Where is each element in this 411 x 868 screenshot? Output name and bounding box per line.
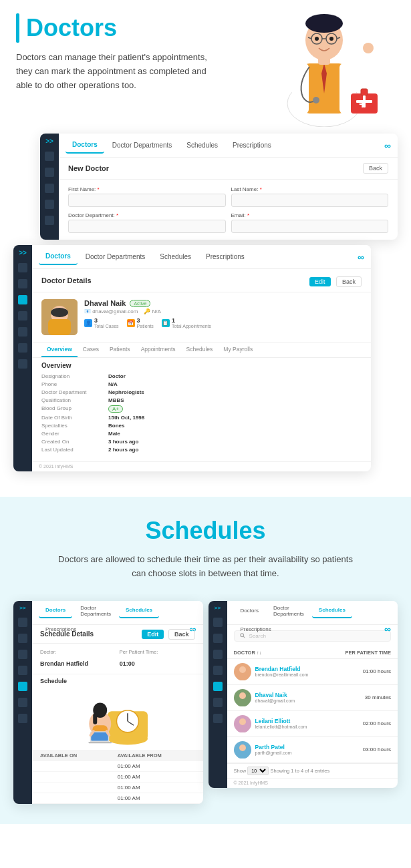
- panel-main-content: Doctors Doctor Departments Schedules Pre…: [59, 134, 398, 240]
- sd-nav-depts[interactable]: DoctorDepartments: [74, 601, 118, 621]
- nav-item-prescriptions[interactable]: Prescriptions: [226, 138, 278, 153]
- list-sidebar-icon-3: [213, 650, 223, 659]
- doc-email-2: dhaval@gmail.com: [255, 698, 295, 703]
- sched-header-available-from: AVAILABLE FROM: [118, 752, 195, 758]
- sched-row-4-from: 01:00 AM: [118, 795, 195, 801]
- list-chevrons[interactable]: >>: [215, 605, 221, 611]
- show-select[interactable]: 10: [247, 767, 269, 775]
- sidebar-chevrons[interactable]: >>: [45, 138, 53, 145]
- overview-row-blood: Blood Group A+: [41, 405, 362, 413]
- schedules-title: Schedules: [16, 517, 395, 545]
- sd-nav-doctors[interactable]: Doctors: [39, 603, 72, 618]
- schedule-list-nav: Doctors DoctorDepartments Schedules Pres…: [227, 601, 398, 625]
- sched-doctor-field: Doctor: Brendan Hatfield: [40, 649, 116, 668]
- key-dob: Date Of Birth: [41, 415, 108, 421]
- tab-overview[interactable]: Overview: [41, 343, 78, 357]
- list-item-4: Parth Patel parth@gmail.com 03:00 hours: [227, 737, 398, 763]
- details-nav-schedules[interactable]: Schedules: [153, 249, 198, 264]
- sidebar-icon-3: [45, 184, 54, 193]
- department-field: Doctor Department: *: [68, 212, 226, 233]
- nav-item-departments[interactable]: Doctor Departments: [106, 138, 178, 153]
- doc-name-2: Dhaval Naik: [255, 692, 295, 698]
- hero-section: Doctors Doctors can manage their patient…: [0, 0, 411, 134]
- schedule-sub-title: Schedule: [32, 674, 203, 686]
- details-header: Doctor Details Edit Back: [32, 269, 371, 292]
- doc-name-4: Parth Patel: [255, 744, 292, 750]
- list-sidebar-icon-4: [213, 666, 223, 675]
- details-back-button[interactable]: Back: [336, 276, 362, 287]
- svg-rect-49: [237, 726, 248, 732]
- search-placeholder: Search: [249, 633, 266, 639]
- details-sidebar-icon-3: [18, 295, 27, 304]
- tab-patients[interactable]: Patients: [104, 343, 136, 357]
- key-dept: Doctor Department: [41, 389, 108, 395]
- val-gender: Male: [108, 431, 120, 437]
- tab-schedules[interactable]: Schedules: [181, 343, 219, 357]
- svg-line-17: [283, 67, 292, 87]
- val-spec: Bones: [108, 423, 124, 429]
- email-input[interactable]: [231, 220, 389, 233]
- tab-payrolls[interactable]: My Payrolls: [218, 343, 258, 357]
- details-brand-logo: ∞: [358, 252, 364, 262]
- first-name-input[interactable]: [68, 194, 226, 207]
- stat-patients: 📅 3 Patients: [127, 317, 154, 329]
- key-blood: Blood Group: [41, 405, 108, 411]
- list-item-3: Leilani Elliott lelani.eliott@hotmail.co…: [227, 711, 398, 737]
- email-label: Email: *: [231, 212, 389, 218]
- patients-icon: 📅: [127, 319, 135, 327]
- schedule-chevrons[interactable]: >>: [19, 605, 25, 611]
- back-button[interactable]: Back: [363, 163, 388, 174]
- details-panel-nav: Doctors Doctor Departments Schedules Pre…: [32, 245, 371, 269]
- schedule-sidebar-left: >>: [13, 601, 32, 804]
- overview-row-spec: Specialties Bones: [41, 423, 362, 429]
- department-input[interactable]: [68, 220, 226, 233]
- sidebar-icon-4: [45, 200, 54, 209]
- details-sidebar-icon-1: [18, 263, 27, 272]
- schedule-detail-main: Doctors DoctorDepartments Schedules Pres…: [32, 601, 203, 804]
- schedule-list-sidebar: >>: [209, 601, 227, 788]
- sched-row-2-from: 01:00 AM: [118, 774, 195, 780]
- list-item: Brendan Hatfield brendon@realtimeail.com…: [227, 659, 398, 685]
- doc-time-1: 01:00 hours: [363, 668, 391, 674]
- details-nav-departments[interactable]: Doctor Departments: [79, 249, 152, 264]
- details-sidebar-chevrons[interactable]: >>: [19, 249, 27, 256]
- svg-rect-26: [48, 319, 71, 335]
- doc-time-4: 03:00 hours: [363, 746, 391, 752]
- last-name-input[interactable]: [231, 194, 389, 207]
- doc-info-4: Parth Patel parth@gmail.com: [234, 741, 363, 758]
- schedule-edit-button[interactable]: Edit: [142, 630, 164, 639]
- sl-nav-schedules[interactable]: Schedules: [312, 603, 352, 618]
- first-name-label: First Name: *: [68, 186, 226, 192]
- patients-label: Patients: [137, 324, 154, 329]
- sched-row-3-from: 01:00 AM: [118, 785, 195, 791]
- details-nav-prescriptions[interactable]: Prescriptions: [199, 249, 251, 264]
- nav-item-schedules[interactable]: Schedules: [180, 138, 225, 153]
- tab-cases[interactable]: Cases: [78, 343, 104, 357]
- sidebar-icon-5: [45, 216, 54, 225]
- details-nav-doctors[interactable]: Doctors: [39, 248, 78, 265]
- key-created: Created On: [41, 439, 108, 445]
- svg-rect-38: [91, 732, 108, 740]
- doctors-table-header: DOCTOR ↑↓ PER PATIENT TIME: [227, 647, 398, 659]
- sd-nav-schedules[interactable]: Schedules: [119, 603, 159, 618]
- hero-description: Doctors can manage their patient's appoi…: [16, 51, 217, 92]
- sidebar-icon-2: [45, 168, 54, 177]
- details-sidebar-icon-7: [18, 359, 27, 369]
- val-blood: A+: [108, 405, 123, 413]
- tab-appointments[interactable]: Appointments: [136, 343, 181, 357]
- key-qual: Qualification: [41, 397, 108, 403]
- schedule-back-button[interactable]: Back: [168, 629, 195, 640]
- sched-sidebar-icon-5: [18, 682, 27, 691]
- search-icon: [240, 633, 245, 638]
- sched-doctor-label: Doctor:: [40, 649, 116, 655]
- sidebar-left: >>: [40, 134, 59, 240]
- appointments-count: 1: [172, 317, 175, 324]
- sched-sidebar-icon-2: [18, 634, 27, 643]
- doc-text-2: Dhaval Naik dhaval@gmail.com: [255, 692, 295, 703]
- sched-row-1-on: [40, 763, 118, 769]
- sl-nav-depts[interactable]: DoctorDepartments: [267, 601, 311, 621]
- sl-nav-doctors[interactable]: Doctors: [234, 604, 266, 618]
- nav-item-doctors[interactable]: Doctors: [65, 137, 104, 154]
- val-designation: Doctor: [108, 373, 126, 379]
- edit-button[interactable]: Edit: [309, 277, 331, 286]
